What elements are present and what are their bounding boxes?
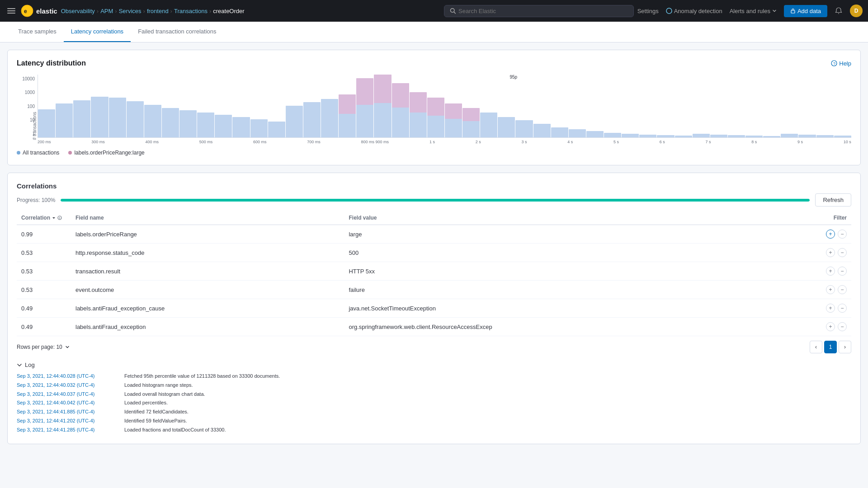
tab-failed-transaction-correlations[interactable]: Failed transaction correlations: [131, 22, 223, 42]
legend-dot-purple: [68, 151, 72, 155]
log-title: Log: [25, 361, 35, 368]
filter-exclude-button[interactable]: −: [838, 230, 847, 239]
field-value: 500: [344, 244, 768, 262]
th-correlation[interactable]: Correlation i: [17, 211, 71, 225]
table-row: 0.53 transaction.result HTTP 5xx + −: [17, 262, 851, 281]
log-time: Sep 3, 2021, 12:44:40.042 (UTC-4): [17, 399, 121, 408]
nav-right: Settings Anomaly detection Alerts and ru…: [637, 5, 863, 17]
log-entry: Sep 3, 2021, 12:44:40.042 (UTC-4)Loaded …: [17, 399, 851, 408]
breadcrumb-frontend[interactable]: frontend: [147, 8, 169, 14]
log-time: Sep 3, 2021, 12:44:41.285 (UTC-4): [17, 426, 121, 435]
filter-include-button[interactable]: +: [826, 248, 835, 257]
field-name: transaction.result: [71, 262, 344, 281]
progress-bar-fill: [61, 199, 810, 202]
svg-text:e: e: [24, 8, 27, 14]
page-1-button[interactable]: 1: [824, 341, 837, 353]
table-row: 0.49 labels.antiFraud_exception org.spri…: [17, 318, 851, 336]
field-value: java.net.SocketTimeoutException: [344, 299, 768, 318]
latency-distribution-card: Latency distribution ? Help 10000 1000 1…: [7, 50, 861, 165]
filter-cell: + −: [768, 299, 851, 318]
logo-text: elastic: [36, 7, 57, 15]
filter-exclude-button[interactable]: −: [838, 304, 847, 313]
filter-include-button[interactable]: +: [826, 285, 835, 294]
log-time: Sep 3, 2021, 12:44:40.028 (UTC-4): [17, 372, 121, 381]
correlation-value: 0.99: [17, 225, 71, 244]
breadcrumb-transactions[interactable]: Transactions: [174, 8, 208, 14]
anomaly-icon: [666, 8, 672, 14]
progress-label: Progress: 100%: [17, 197, 55, 203]
correlations-card: Correlations Progress: 100% Refresh Corr…: [7, 173, 861, 444]
correlation-value: 0.49: [17, 318, 71, 336]
notifications-button[interactable]: [835, 7, 843, 15]
filter-include-button[interactable]: +: [826, 267, 835, 276]
log-message: Identified 72 fieldCandidates.: [124, 408, 189, 417]
add-data-button[interactable]: Add data: [784, 5, 827, 17]
menu-button[interactable]: [5, 5, 17, 17]
alerts-rules-button[interactable]: Alerts and rules: [730, 8, 777, 14]
tab-trace-samples[interactable]: Trace samples: [11, 22, 64, 42]
search-bar[interactable]: [444, 5, 634, 17]
filter-exclude-button[interactable]: −: [838, 267, 847, 276]
correlations-table: Correlation i Field name Field value Fil…: [17, 211, 851, 336]
help-link[interactable]: ? Help: [831, 60, 851, 67]
filter-cell: + −: [768, 244, 851, 262]
lock-icon: [790, 8, 796, 14]
correlation-value: 0.53: [17, 262, 71, 281]
correlation-value: 0.49: [17, 299, 71, 318]
field-name: event.outcome: [71, 281, 344, 299]
correlations-header: Correlations: [17, 182, 851, 190]
log-message: Fetched 95th percentile value of 1211328…: [124, 372, 280, 381]
chevron-down-icon: [65, 345, 70, 349]
prev-page-button[interactable]: ‹: [810, 341, 822, 353]
table-row: 0.99 labels.orderPriceRange large + −: [17, 225, 851, 244]
filter-exclude-button[interactable]: −: [838, 285, 847, 294]
y-axis-label: # transactions: [32, 112, 37, 140]
breadcrumb-services[interactable]: Services: [119, 8, 142, 14]
th-field-name[interactable]: Field name: [71, 211, 344, 225]
search-icon: [450, 8, 456, 14]
filter-exclude-button[interactable]: −: [838, 248, 847, 257]
breadcrumb-apm[interactable]: APM: [100, 8, 113, 14]
field-name: labels.orderPriceRange: [71, 225, 344, 244]
log-time: Sep 3, 2021, 12:44:41.885 (UTC-4): [17, 408, 121, 417]
log-message: Loaded histogram range steps.: [124, 381, 193, 390]
log-entry: Sep 3, 2021, 12:44:40.028 (UTC-4)Fetched…: [17, 372, 851, 381]
filter-include-button[interactable]: +: [826, 304, 835, 313]
th-field-value[interactable]: Field value: [344, 211, 768, 225]
table-row: 0.53 event.outcome failure + −: [17, 281, 851, 299]
x-axis: 200 ms 300 ms 400 ms 500 ms 600 ms 700 m…: [38, 138, 851, 144]
field-name: http.response.status_code: [71, 244, 344, 262]
field-name: labels.antiFraud_exception_cause: [71, 299, 344, 318]
field-value: org.springframework.web.client.ResourceA…: [344, 318, 768, 336]
settings-button[interactable]: Settings: [637, 8, 659, 14]
field-value: HTTP 5xx: [344, 262, 768, 281]
correlation-value: 0.53: [17, 281, 71, 299]
chart-bars: 95p: [38, 75, 851, 138]
pagination-row: Rows per page: 10 ‹ 1 ›: [17, 336, 851, 358]
sort-icon: [52, 216, 56, 220]
svg-rect-1: [7, 10, 15, 11]
tab-latency-correlations[interactable]: Latency correlations: [64, 22, 131, 42]
filter-include-button[interactable]: +: [826, 322, 835, 331]
field-value: failure: [344, 281, 768, 299]
anomaly-detection-button[interactable]: Anomaly detection: [666, 8, 722, 14]
filter-exclude-button[interactable]: −: [838, 322, 847, 331]
log-entry: Sep 3, 2021, 12:44:41.285 (UTC-4)Loaded …: [17, 426, 851, 435]
table-row: 0.49 labels.antiFraud_exception_cause ja…: [17, 299, 851, 318]
filter-include-button[interactable]: +: [826, 230, 835, 239]
log-entries: Sep 3, 2021, 12:44:40.028 (UTC-4)Fetched…: [17, 372, 851, 435]
svg-rect-2: [7, 13, 15, 14]
next-page-button[interactable]: ›: [839, 341, 851, 353]
log-entry: Sep 3, 2021, 12:44:40.032 (UTC-4)Loaded …: [17, 381, 851, 390]
progress-bar: [61, 199, 810, 202]
rows-per-page-selector[interactable]: Rows per page: 10: [17, 344, 70, 350]
breadcrumb-observability[interactable]: Observability: [61, 8, 95, 14]
refresh-button[interactable]: Refresh: [815, 193, 851, 206]
filter-cell: + −: [768, 281, 851, 299]
chart-legend: All transactions labels.orderPriceRange:…: [17, 150, 851, 156]
filter-cell: + −: [768, 225, 851, 244]
search-input[interactable]: [458, 8, 628, 14]
field-value: large: [344, 225, 768, 244]
avatar[interactable]: D: [850, 5, 863, 17]
log-header[interactable]: Log: [17, 358, 851, 372]
